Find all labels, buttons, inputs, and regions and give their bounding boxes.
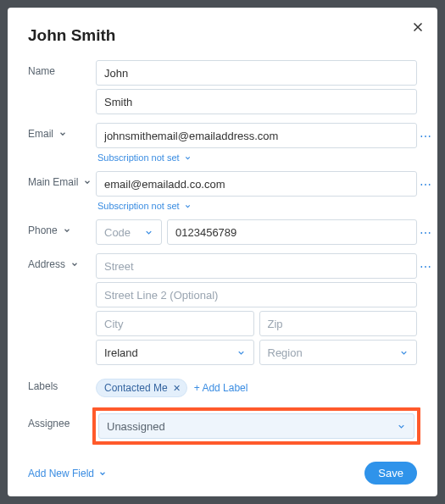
add-label-link[interactable]: + Add Label — [194, 382, 248, 394]
close-icon[interactable] — [410, 19, 426, 35]
add-new-field-link[interactable]: Add New Field — [28, 468, 107, 479]
add-new-field-text: Add New Field — [28, 468, 94, 479]
country-select[interactable]: Ireland — [96, 340, 254, 365]
row-phone: Phone Code ⋯ — [28, 219, 417, 245]
remove-chip-icon[interactable]: ✕ — [173, 383, 181, 394]
phone-number-input[interactable] — [167, 219, 417, 245]
phone-code-text: Code — [104, 226, 131, 239]
label-chip-text: Contacted Me — [104, 382, 168, 394]
more-actions-icon[interactable]: ⋯ — [420, 130, 432, 143]
label-address[interactable]: Address — [28, 253, 96, 270]
row-name: Name — [28, 60, 417, 114]
chevron-down-icon — [397, 422, 406, 431]
label-assignee: Assignee — [28, 407, 96, 429]
save-button[interactable]: Save — [364, 462, 417, 485]
contact-edit-modal: John Smith Name Email Subscription not s… — [8, 8, 437, 496]
assignee-select[interactable]: Unassigned — [98, 413, 414, 439]
last-name-input[interactable] — [96, 89, 417, 114]
chevron-down-icon — [83, 178, 92, 186]
first-name-input[interactable] — [96, 60, 417, 86]
label-labels: Labels — [28, 375, 96, 392]
main-email-subscription-text: Subscription not set — [97, 201, 180, 211]
chevron-down-icon — [399, 348, 409, 357]
page-title: John Smith — [28, 26, 417, 45]
country-text: Ireland — [104, 346, 138, 359]
chevron-down-icon — [70, 260, 79, 269]
label-email-text: Email — [28, 128, 53, 140]
label-labels-text: Labels — [28, 380, 58, 392]
row-labels: Labels Contacted Me ✕ + Add Label — [28, 375, 417, 397]
region-text: Region — [268, 346, 303, 359]
chevron-down-icon — [236, 348, 246, 357]
region-select[interactable]: Region — [259, 340, 418, 365]
assignee-highlight: Unassigned — [92, 407, 420, 445]
chevron-down-icon — [63, 226, 71, 235]
label-assignee-text: Assignee — [28, 418, 70, 429]
street2-input[interactable] — [96, 282, 417, 307]
row-assignee: Assignee Unassigned — [28, 407, 417, 445]
email-subscription-link[interactable]: Subscription not set — [96, 152, 417, 163]
chevron-down-icon — [184, 202, 192, 210]
city-input[interactable] — [96, 311, 254, 336]
street-input[interactable] — [96, 253, 417, 279]
row-address: Address Ireland Region ⋯ — [28, 253, 417, 365]
chevron-down-icon — [58, 130, 67, 138]
more-actions-icon[interactable]: ⋯ — [420, 226, 432, 240]
label-phone-text: Phone — [28, 224, 58, 236]
label-email[interactable]: Email — [28, 123, 96, 140]
label-main-email-text: Main Email — [28, 176, 78, 188]
label-chip[interactable]: Contacted Me ✕ — [96, 379, 187, 397]
more-actions-icon[interactable]: ⋯ — [420, 178, 432, 191]
email-subscription-text: Subscription not set — [97, 152, 180, 163]
label-name-text: Name — [28, 65, 55, 77]
phone-code-select[interactable]: Code — [96, 219, 162, 245]
assignee-text: Unassigned — [107, 420, 165, 433]
label-name: Name — [28, 60, 96, 77]
row-main-email: Main Email Subscription not set ⋯ — [28, 171, 417, 213]
label-main-email[interactable]: Main Email — [28, 171, 96, 188]
more-actions-icon[interactable]: ⋯ — [420, 260, 432, 274]
label-address-text: Address — [28, 258, 65, 270]
chevron-down-icon — [98, 469, 107, 478]
zip-input[interactable] — [259, 311, 418, 336]
chevron-down-icon — [144, 228, 153, 237]
row-email: Email Subscription not set ⋯ — [28, 123, 417, 164]
main-email-subscription-link[interactable]: Subscription not set — [96, 201, 417, 211]
label-phone[interactable]: Phone — [28, 219, 96, 236]
main-email-input[interactable] — [96, 171, 417, 197]
chevron-down-icon — [184, 154, 192, 162]
email-input[interactable] — [96, 123, 417, 148]
modal-footer: Add New Field Save — [28, 462, 417, 485]
